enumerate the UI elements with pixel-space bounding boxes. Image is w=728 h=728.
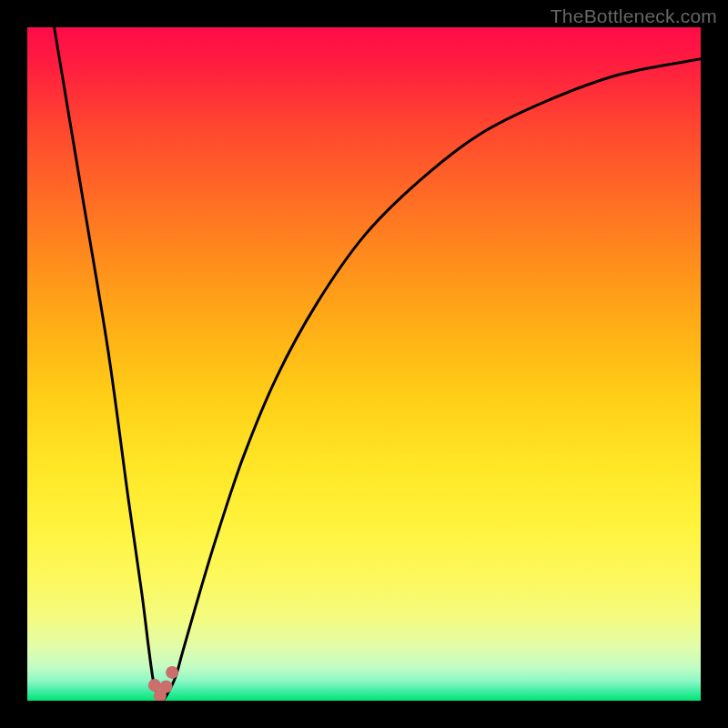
- chart-outer-frame: TheBottleneck.com: [0, 0, 728, 728]
- chart-plot-area: [27, 27, 701, 701]
- chart-svg: [27, 27, 701, 701]
- watermark-text: TheBottleneck.com: [551, 5, 717, 27]
- data-marker: [159, 680, 172, 693]
- data-marker: [148, 679, 161, 692]
- data-marker: [166, 666, 178, 679]
- bottleneck-curve: [55, 27, 701, 701]
